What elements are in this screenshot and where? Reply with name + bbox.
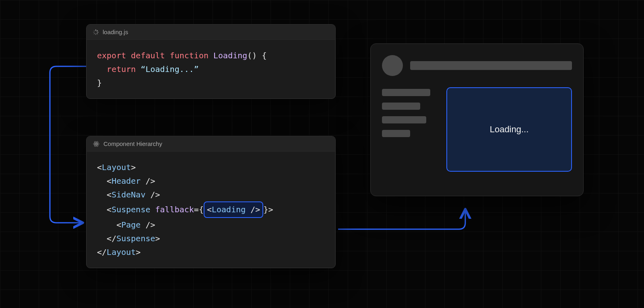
skeleton-line [382, 103, 420, 110]
spinner-icon [93, 29, 99, 35]
preview-header [382, 55, 572, 76]
token-punct: { [257, 51, 266, 60]
tag-loading: Loading [212, 205, 246, 214]
skeleton-line [382, 89, 430, 96]
tag-header: Header [111, 176, 140, 186]
preview-body: Loading... [382, 87, 572, 172]
hierarchy-code: <Layout> <Header /> <SideNav /> <Suspens… [87, 152, 335, 268]
browser-preview: Loading... [370, 43, 584, 196]
token-keyword: function [170, 51, 208, 60]
code-panel-title: loading.js [103, 29, 128, 35]
hierarchy-panel-title: Component Hierarchy [103, 140, 162, 147]
token-keyword: export [97, 51, 126, 60]
sidebar-skeleton [382, 87, 434, 172]
svg-point-0 [96, 143, 97, 144]
token-keyword: return [107, 64, 136, 74]
hierarchy-panel: Component Hierarchy <Layout> <Header /> … [86, 136, 336, 268]
tag-layout-close: Layout [107, 247, 136, 257]
tag-suspense-open: Suspense [111, 205, 150, 214]
loading-pill: <Loading /> [204, 201, 263, 218]
tag-page: Page [121, 220, 140, 230]
code-panel: loading.js export default function Loadi… [86, 24, 336, 99]
react-icon [93, 141, 99, 147]
token-keyword: default [131, 51, 165, 60]
attr-fallback: fallback [155, 205, 194, 214]
loading-text: Loading... [490, 124, 529, 135]
code-panel-header: loading.js [87, 25, 335, 40]
skeleton-line [382, 116, 426, 123]
token-punct: () [247, 51, 257, 60]
token-punct: } [97, 78, 102, 88]
token-function-name: Loading [213, 51, 247, 60]
tag-sidenav: SideNav [111, 190, 145, 199]
hierarchy-panel-header: Component Hierarchy [87, 136, 335, 152]
avatar-skeleton [382, 55, 403, 76]
code-block: export default function Loading() { retu… [87, 40, 335, 99]
titlebar-skeleton [410, 61, 572, 70]
tag-layout-open: Layout [102, 162, 131, 172]
tag-suspense-close: Suspense [116, 234, 155, 243]
skeleton-line [382, 130, 410, 137]
token-string: “Loading...” [140, 64, 199, 74]
loading-content-box: Loading... [446, 87, 572, 172]
